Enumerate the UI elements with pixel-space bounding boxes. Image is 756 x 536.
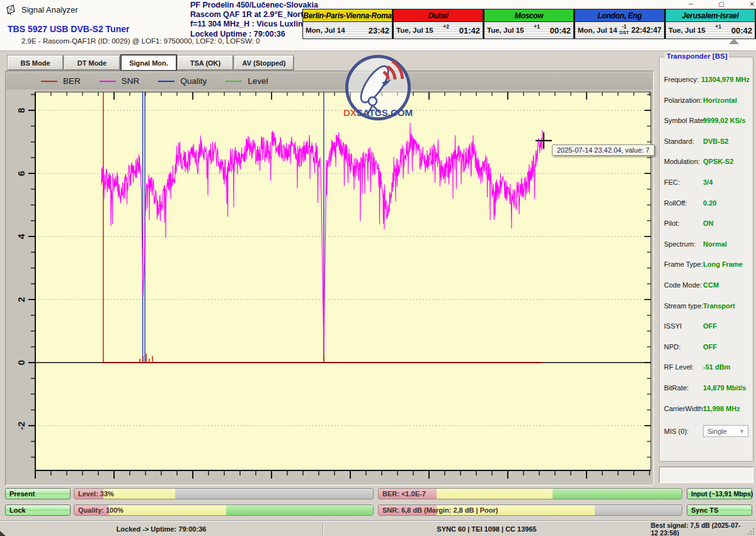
transponder-row: Pilot:ON <box>664 216 750 230</box>
svg-text:DXSATCS.COM: DXSATCS.COM <box>343 107 413 118</box>
clock-city-label: Moscow <box>484 9 573 22</box>
clock-body: Tue, Jul 15+100:42 <box>484 22 573 38</box>
clock-time: 23:42 <box>369 26 389 35</box>
clock-offset-stack: +1 <box>524 22 550 38</box>
y-axis-tick-label: 4 <box>15 230 28 243</box>
y-axis-tick-label: 2 <box>15 293 28 306</box>
transponder-row-label: Frame Type: <box>664 260 703 268</box>
transponder-row-label: Stream type: <box>664 302 703 310</box>
transponder-row: FEC:3/4 <box>664 175 750 189</box>
transponder-row: Symbol Rate:9999,02 KS/s <box>664 114 750 127</box>
site-line-3: f=11 304 MHz_H : Vicus Luxlink <box>190 20 307 29</box>
chevron-down-icon: ▼ <box>739 428 748 434</box>
signal-analyzer-window: Signal Analyzer PF Prodelin 450/Lučenec-… <box>0 0 756 536</box>
y-axis-tick-label: 8 <box>15 103 28 117</box>
clock-city-label: Berlin-Paris-Vienna-Roma <box>303 9 392 22</box>
transponder-row: Frequency:11304,979 MHz <box>664 73 750 86</box>
tab-signal-mon-[interactable]: Signal Mon. <box>121 55 176 71</box>
clock-body: Tue, Jul 15+201:42 <box>394 22 483 38</box>
transponder-row-value: -51 dBm <box>703 363 750 371</box>
window-resize-grip-icon[interactable] <box>747 528 755 535</box>
transponder-row-value: CCM <box>703 281 750 289</box>
window-title: Signal Analyzer <box>21 5 78 15</box>
transponder-row-value: OFF <box>703 343 750 351</box>
transponder-row-value: Horizontal <box>703 96 750 104</box>
meter-segment-gray <box>595 505 682 515</box>
transponder-subpanel <box>659 467 753 483</box>
clock-city-label: Jerusalem-Israel <box>666 9 755 22</box>
close-icon[interactable]: ✕ <box>750 1 755 8</box>
y-axis-tick-label: 6 <box>15 166 28 180</box>
transponder-row-label: Modulation: <box>664 158 703 165</box>
tuner-title: TBS 5927 USB DVB-S2 Tuner <box>8 24 129 34</box>
minimize-icon[interactable]: ─ <box>689 1 693 8</box>
meter-text: BER: <1.0E-7 <box>382 490 426 498</box>
clock-time: 22:42:47 <box>631 26 662 35</box>
meter-segment-gray <box>175 489 373 499</box>
world-clocks: Berlin-Paris-Vienna-RomaMon, Jul 1423:42… <box>302 9 756 39</box>
transponder-row-label: Spectrum: <box>664 240 703 248</box>
lock-indicator: Lock <box>5 504 71 516</box>
tab-av-stopped-[interactable]: AV (Stopped) <box>234 55 294 70</box>
transponder-row-value: 11,998 MHz <box>703 405 750 412</box>
transponder-row: Standard:DVB-S2 <box>664 134 750 148</box>
transponder-row-value: 0.20 <box>703 199 750 207</box>
tab-bs-mode[interactable]: BS Mode <box>8 55 63 70</box>
transponder-row: BitRate:14,879 Mbit/s <box>664 381 750 395</box>
chart-tooltip: 2025-07-14 23.42.04, value: 7 <box>552 144 655 156</box>
transponder-row: NPD:OFF <box>664 340 750 354</box>
present-indicator: Present <box>5 488 71 499</box>
sync-ts-indicator: Sync TS <box>687 504 752 516</box>
clock-offset-stack: +1 <box>706 22 731 38</box>
meter-segment-green <box>553 489 682 499</box>
transponder-row-value: OFF <box>703 322 750 330</box>
clock-time: 01:42 <box>459 26 480 35</box>
clock-city-label: Dubai <box>394 9 483 22</box>
transponder-row-value: Normal <box>703 240 750 248</box>
transponder-row-label: Pilot: <box>664 219 703 227</box>
transponder-row: Polarization:Horizontal <box>664 93 750 107</box>
mis-dropdown[interactable]: Single▼ <box>703 425 748 437</box>
signal-monitor-chart[interactable] <box>6 71 655 486</box>
transponder-row-value: 9999,02 KS/s <box>703 117 750 124</box>
clock-date: Mon, Jul 14 <box>578 26 617 34</box>
mis-label: MIS (0): <box>664 428 703 435</box>
mis-selected-value: Single <box>707 428 727 435</box>
clock-jerusalem-israel: Jerusalem-IsraelTue, Jul 15+100:42 <box>665 9 756 39</box>
clock-date: Mon, Jul 14 <box>306 26 345 34</box>
clock-offset-stack <box>345 22 369 38</box>
transponder-row-label: FEC: <box>664 178 703 186</box>
clock-offset-stack: +2 <box>433 22 459 38</box>
y-axis-tick-label: -2 <box>15 419 28 433</box>
app-dish-icon <box>5 4 16 15</box>
tab-dt-mode[interactable]: DT Mode <box>64 55 120 70</box>
meter-text: Quality: 100% <box>78 506 123 514</box>
transponder-row-label: BitRate: <box>664 384 703 392</box>
transponder-row-label: CarrierWidth: <box>664 405 703 412</box>
clock-dubai: DubaiTue, Jul 15+201:42 <box>393 9 484 39</box>
transponder-row: Spectrum:Normal <box>664 237 750 251</box>
mis-row: MIS (0):Single▼ <box>664 424 750 438</box>
tab-tsa-ok-[interactable]: TSA (OK) <box>178 55 233 70</box>
transponder-row-label: Frequency: <box>664 76 701 83</box>
transponder-row-value: Long Frame <box>703 260 750 268</box>
clock-offset-stack: -1DST <box>617 22 631 38</box>
signal-chart-panel: BERSNRQualityLevel 86420-2 <box>5 71 654 486</box>
transponder-row: RollOff:0.20 <box>664 196 750 210</box>
clock-dst-label: DST <box>619 30 629 35</box>
transponder-rows: Frequency:11304,979 MHzPolarization:Hori… <box>664 73 750 445</box>
corner-wedge <box>0 531 6 536</box>
meter-segment-green <box>226 505 373 515</box>
meter-text: SNR: 6,8 dB (Margin: 2,8 dB | Poor) <box>382 506 498 514</box>
tuner-subtitle: 2.9E - Rascom-QAF1R (ID: 0029) @ LOF1: 9… <box>21 37 260 45</box>
clock-resize-grip-icon[interactable] <box>729 38 739 44</box>
transponder-row: CarrierWidth:11,998 MHz <box>664 402 750 416</box>
transponder-row: ISSYIOFF <box>664 319 750 333</box>
site-line-2: Rascom QAF 1R at 2.9°E_North <box>190 10 307 20</box>
input-bitrate-indicator: Input (~13,91 Mbps) <box>687 488 752 499</box>
maximize-icon[interactable]: ▢ <box>718 1 724 8</box>
transponder-row-value: ON <box>703 219 750 227</box>
site-info: PF Prodelin 450/Lučenec-Slovakia Rascom … <box>190 1 307 39</box>
statusbar-best-signal: Best signal: 7,5 dB (2025-07-12 23:58) <box>651 521 745 536</box>
clock-berlin-paris-vienna-roma: Berlin-Paris-Vienna-RomaMon, Jul 1423:42 <box>302 9 393 39</box>
